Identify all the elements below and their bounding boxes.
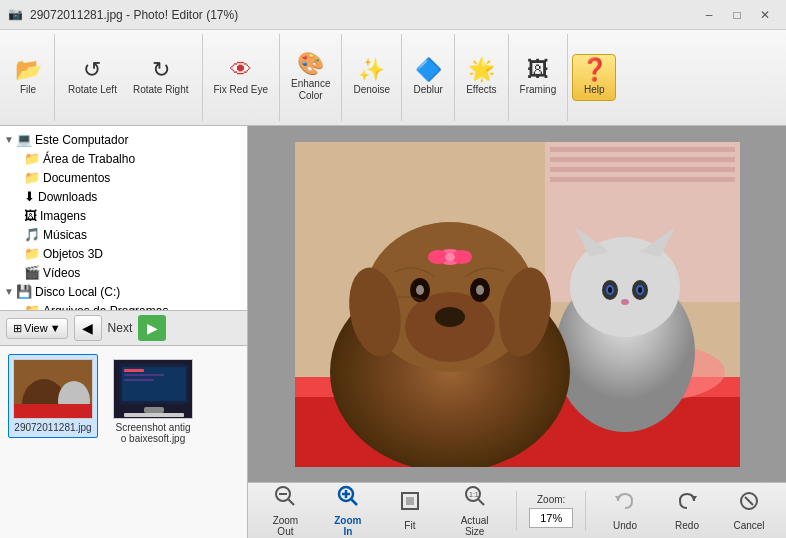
deblur-icon: 🔷: [415, 59, 442, 81]
actual-size-button[interactable]: 1:1 Actual Size: [445, 480, 504, 539]
svg-point-43: [445, 253, 455, 261]
svg-point-39: [476, 285, 484, 295]
effects-icon: 🌟: [468, 59, 495, 81]
thumbnail-label: Screenshot antigo baixesoft.jpg: [113, 422, 193, 444]
toolbar-group-enhance-color: 🎨 Enhance Color: [280, 34, 342, 121]
fix-red-eye-button[interactable]: 👁 Fix Red Eye: [207, 54, 275, 101]
thumbnail-item[interactable]: 29072011281.jpg: [8, 354, 98, 438]
framing-button[interactable]: 🖼 Framing: [513, 54, 564, 101]
fit-button[interactable]: Fit: [383, 485, 437, 536]
tree-item-downloads[interactable]: Downloads: [0, 187, 247, 206]
fix-red-eye-icon: 👁: [230, 59, 252, 81]
toolbar-group-rotate: ↺ Rotate Left ↻ Rotate Right: [55, 34, 203, 121]
thumbnail-image: [13, 359, 93, 419]
svg-rect-17: [550, 177, 735, 182]
app-icon: 📷: [8, 7, 24, 23]
denoise-button[interactable]: ✨ Denoise: [346, 54, 397, 101]
back-icon: ◀: [82, 320, 93, 336]
undo-icon: [614, 490, 636, 517]
tree-item-disk[interactable]: ▼ Disco Local (C:): [0, 282, 247, 301]
rotate-left-button[interactable]: ↺ Rotate Left: [61, 54, 124, 101]
file-tree[interactable]: ▼ Este Computador Área de Trabalho Docum…: [0, 126, 247, 310]
svg-point-35: [435, 307, 465, 327]
view-chevron: ▼: [50, 322, 61, 334]
tree-label: Músicas: [43, 228, 87, 242]
enhance-color-label: Enhance Color: [291, 78, 330, 102]
tree-item-documents[interactable]: Documentos: [0, 168, 247, 187]
tree-label: Área de Trabalho: [43, 152, 135, 166]
maximize-button[interactable]: □: [724, 5, 750, 25]
redo-label: Redo: [675, 520, 699, 531]
deblur-button[interactable]: 🔷 Deblur: [406, 54, 450, 101]
tree-item-program-files[interactable]: Arquivos de Programas: [0, 301, 247, 310]
undo-button[interactable]: Undo: [598, 485, 652, 536]
toolbar: 📂 File ↺ Rotate Left ↻ Rotate Right 👁 Fi…: [0, 30, 786, 126]
rotate-left-icon: ↺: [83, 59, 101, 81]
back-button[interactable]: ◀: [74, 315, 102, 341]
toolbar-group-framing: 🖼 Framing: [509, 34, 569, 121]
titlebar: 📷 29072011281.jpg - Photo! Editor (17%) …: [0, 0, 786, 30]
tree-item-images[interactable]: Imagens: [0, 206, 247, 225]
rotate-right-button[interactable]: ↻ Rotate Right: [126, 54, 196, 101]
zoom-in-button[interactable]: Zoom In: [321, 480, 375, 539]
denoise-icon: ✨: [358, 59, 385, 81]
svg-line-47: [289, 499, 295, 505]
close-button[interactable]: ✕: [752, 5, 778, 25]
undo-label: Undo: [613, 520, 637, 531]
view-icon: ⊞: [13, 322, 22, 335]
enhance-color-button[interactable]: 🎨 Enhance Color: [284, 48, 337, 107]
tree-label: Imagens: [40, 209, 86, 223]
svg-rect-6: [122, 367, 186, 401]
next-button[interactable]: ▶: [138, 315, 166, 341]
svg-rect-10: [144, 407, 164, 413]
video-icon: [24, 265, 40, 280]
next-arrow-icon: ▶: [147, 320, 158, 336]
redo-button[interactable]: Redo: [660, 485, 714, 536]
window-title: 29072011281.jpg - Photo! Editor (17%): [30, 8, 696, 22]
effects-button[interactable]: 🌟 Effects: [459, 54, 503, 101]
view-button[interactable]: ⊞ View ▼: [6, 318, 68, 339]
music-icon: [24, 227, 40, 242]
tree-label: Disco Local (C:): [35, 285, 120, 299]
svg-line-56: [478, 499, 484, 505]
folder-icon: [24, 303, 40, 310]
svg-rect-7: [124, 369, 144, 372]
expand-icon: ▼: [4, 134, 14, 145]
help-icon: ❓: [581, 59, 608, 81]
zoom-out-button[interactable]: Zoom Out: [258, 480, 313, 539]
deblur-label: Deblur: [413, 84, 442, 96]
tree-label: Downloads: [38, 190, 97, 204]
tree-item-desktop[interactable]: Área de Trabalho: [0, 149, 247, 168]
zoom-out-label: Zoom Out: [267, 515, 304, 537]
tree-item-music[interactable]: Músicas: [0, 225, 247, 244]
file-label: File: [20, 84, 36, 96]
disk-icon: [16, 284, 32, 299]
folder-icon: [24, 151, 40, 166]
tree-item-3d[interactable]: Objetos 3D: [0, 244, 247, 263]
toolbar-group-denoise: ✨ Denoise: [342, 34, 402, 121]
zoom-input[interactable]: [529, 508, 573, 528]
svg-rect-14: [550, 147, 735, 152]
help-button[interactable]: ❓ Help: [572, 54, 616, 101]
toolbar-group-deblur: 🔷 Deblur: [402, 34, 455, 121]
view-label: View: [24, 322, 48, 334]
redo-icon: [676, 490, 698, 517]
image-viewport[interactable]: [248, 126, 786, 482]
minimize-button[interactable]: –: [696, 5, 722, 25]
thumbnail-image: [113, 359, 193, 419]
svg-text:1:1: 1:1: [469, 491, 479, 498]
cancel-button[interactable]: Cancel: [722, 485, 776, 536]
svg-point-30: [638, 287, 642, 293]
toolbar-group-fix-red-eye: 👁 Fix Red Eye: [203, 34, 280, 121]
tree-item-videos[interactable]: Vídeos: [0, 263, 247, 282]
svg-rect-11: [124, 413, 184, 417]
thumbnails-area: 29072011281.jpg Screenshot antigo: [0, 346, 247, 538]
cancel-label: Cancel: [733, 520, 764, 531]
tree-item-computer[interactable]: ▼ Este Computador: [0, 130, 247, 149]
framing-label: Framing: [520, 84, 557, 96]
left-panel: ▼ Este Computador Área de Trabalho Docum…: [0, 126, 248, 538]
svg-marker-59: [691, 496, 697, 501]
thumbnail-item[interactable]: Screenshot antigo baixesoft.jpg: [108, 354, 198, 449]
zoom-in-label: Zoom In: [330, 515, 366, 537]
file-button[interactable]: 📂 File: [6, 54, 50, 101]
